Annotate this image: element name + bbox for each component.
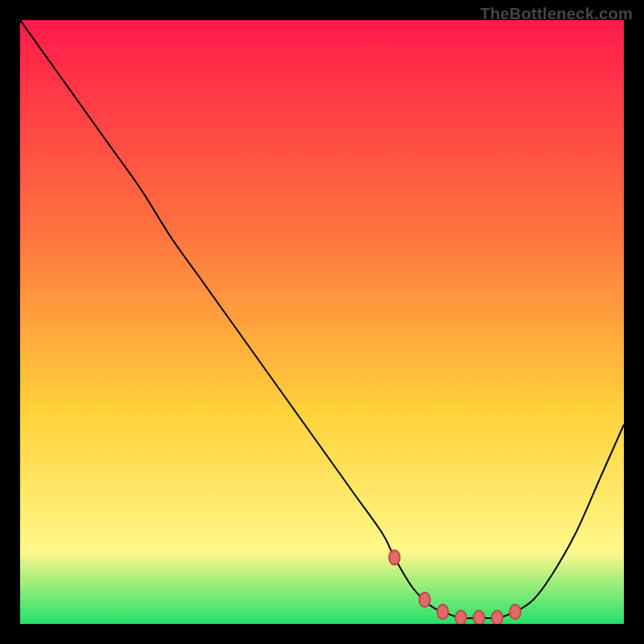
chart-stage: TheBottleneck.com <box>0 0 644 644</box>
plot-svg <box>20 20 624 624</box>
plot-area <box>20 20 624 624</box>
marker-dot <box>389 551 399 565</box>
marker-dot <box>456 611 467 625</box>
gradient-background <box>20 20 624 624</box>
marker-dot <box>510 605 521 619</box>
marker-dot <box>492 611 503 625</box>
marker-dot <box>437 605 448 619</box>
watermark-text: TheBottleneck.com <box>480 5 633 23</box>
marker-dot <box>419 592 431 607</box>
marker-dot <box>473 611 485 625</box>
